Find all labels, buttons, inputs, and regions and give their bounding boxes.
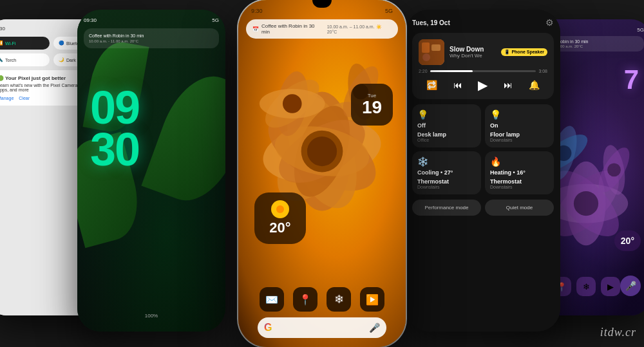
svg-point-34 (607, 163, 621, 176)
center-notif-detail: 10.00 a.m. – 11.00 a.m. ☀️ 20°C (327, 24, 392, 34)
thermostat-heat-tile[interactable]: 🔥 Heating • 16° Thermostat Downstairs (485, 151, 554, 194)
phone-right: Tues, 19 Oct ⚙ (406, 10, 560, 332)
thermostat-heat-status: Heating • 16° (490, 169, 549, 176)
fr-youtube-icon[interactable]: ▶ (601, 277, 620, 296)
fr-weather: 20° (614, 230, 641, 251)
battery-percent: 100% (145, 313, 158, 319)
left-status-bar: 09:30 5G (84, 17, 219, 23)
left-notif-detail: 10.00 a.m. - 11.00 a.m. 20°C (89, 39, 214, 43)
svg-point-23 (433, 54, 440, 61)
svg-point-13 (283, 94, 302, 113)
smart-header: Tues, 19 Oct ⚙ (412, 17, 554, 28)
main-scene: 09:30 5G 📶 Wi-Fi 🔵 Bluetooth 🔦 Torch (0, 0, 644, 347)
date-number: 19 (362, 98, 382, 117)
manage-action[interactable]: Manage (0, 96, 14, 100)
center-time: 9:30 (251, 8, 263, 14)
gmail-icon[interactable]: ✉️ (260, 287, 284, 312)
center-notif-text: Coffee with Robin in 30 min (261, 23, 323, 35)
phone-speaker-badge: 📱 Phone Speaker (501, 48, 547, 56)
phone-right-screen: Tues, 19 Oct ⚙ (406, 10, 560, 332)
torch-icon: 🔦 (0, 57, 3, 62)
progress-fill (430, 70, 473, 72)
maps-icon[interactable]: 📍 (293, 287, 317, 312)
phone-center-screen: 9:30 5G 📅 Coffee with Robin in 30 min 10… (238, 0, 406, 347)
quiet-mode-button[interactable]: Quiet mode (485, 200, 554, 216)
skip-forward-icon[interactable]: ⏭ (504, 80, 513, 90)
performance-mode-button[interactable]: Performance mode (412, 200, 481, 216)
fr-fan-icon[interactable]: ❄ (576, 277, 596, 296)
weather-widget: 20° (254, 192, 306, 244)
fr-dock: 📍 ❄ ▶ (552, 277, 620, 296)
youtube-icon[interactable]: ▶️ (360, 287, 384, 312)
clear-action[interactable]: Clear (19, 96, 30, 100)
thermostat-cool-status: Cooling • 27° (417, 169, 476, 176)
thermostat-cool-sub: Downstairs (417, 185, 476, 189)
thermostat-heat-sub: Downstairs (490, 185, 549, 189)
svg-point-22 (422, 53, 430, 61)
temperature: 20° (269, 220, 290, 236)
svg-rect-21 (431, 44, 440, 51)
album-art-svg (419, 39, 444, 65)
left-notification: Coffee with Robin in 30 min 10.00 a.m. -… (84, 28, 219, 48)
phone-center: 9:30 5G 📅 Coffee with Robin in 30 min 10… (238, 0, 406, 347)
svg-point-28 (574, 191, 598, 216)
dark-theme-icon: 🌙 (59, 57, 64, 62)
fr-temp: 20° (621, 236, 634, 246)
torch-label: Torch (5, 58, 16, 62)
progress-bar[interactable] (430, 70, 536, 72)
fr-clock-time: 7 (624, 64, 639, 95)
smart-footer: Performance mode Quiet mode (412, 200, 554, 216)
music-progress: 2:20 3:08 (419, 69, 547, 73)
google-search-bar[interactable]: G 🎤 (258, 317, 386, 338)
skip-back-icon[interactable]: ⏮ (453, 80, 462, 90)
center-notification: 📅 Coffee with Robin in 30 min 10.00 a.m.… (246, 19, 398, 39)
floor-lamp-sub: Downstairs (490, 138, 549, 142)
thermostat-heat-label: Thermostat (490, 178, 549, 185)
calendar-icon: 📅 (252, 26, 259, 32)
thermostat-cool-tile[interactable]: ❄️ Cooling • 27° Thermostat Downstairs (412, 151, 481, 194)
fr-mic-button[interactable]: 🎤 (620, 276, 641, 296)
watermark: itdw.cr (600, 326, 636, 339)
left-notif-text: Coffee with Robin in 30 min (89, 33, 214, 38)
music-card: Slow Down Why Don't We 📱 Phone Speaker 2… (412, 33, 554, 99)
phone-left-screen: 09:30 5G Coffee with Robin in 30 min 10.… (77, 10, 225, 332)
desk-lamp-tile[interactable]: 💡 Off Desk lamp Office (412, 104, 481, 147)
desk-lamp-label: Desk lamp (417, 131, 476, 138)
music-info: Slow Down Why Don't We (450, 46, 496, 59)
floor-lamp-status: On (490, 122, 549, 129)
svg-rect-20 (422, 42, 430, 53)
google-logo: G (264, 322, 272, 333)
thermostat-cool-label: Thermostat (417, 178, 476, 185)
heating-icon: 🔥 (490, 156, 501, 167)
song-title: Slow Down (450, 46, 496, 53)
torch-tile[interactable]: 🔦 Torch (0, 53, 50, 66)
microphone-icon[interactable]: 🎤 (369, 323, 380, 333)
big-clock: 09 30 (90, 87, 219, 171)
center-network: 5G (385, 8, 393, 14)
center-dock: ✉️ 📍 ❄ ▶️ (260, 287, 384, 312)
fan-icon[interactable]: ❄ (327, 287, 351, 312)
wifi-tile[interactable]: 📶 Wi-Fi (0, 37, 50, 50)
floor-lamp-tile[interactable]: 💡 On Floor lamp Downstairs (485, 104, 554, 147)
left-time: 09:30 (84, 17, 97, 23)
google-icon-small: 🟢 (0, 75, 4, 81)
left-network: 5G (212, 17, 219, 23)
fr-network: 5G (637, 27, 644, 33)
floor-lamp-label: Floor lamp (490, 131, 549, 138)
desk-lamp-icon: 💡 (417, 109, 428, 120)
time-total: 3:08 (538, 69, 547, 73)
desk-lamp-name: Off (417, 122, 476, 129)
sun-svg (271, 200, 289, 218)
repeat-icon[interactable]: 🔁 (426, 80, 437, 90)
settings-icon[interactable]: ⚙ (545, 17, 554, 28)
wifi-label: Wi-Fi (5, 41, 15, 46)
wifi-icon: 📶 (0, 41, 3, 46)
play-pause-icon[interactable]: ▶ (478, 77, 488, 93)
smart-date: Tues, 19 Oct (412, 19, 450, 26)
time-current: 2:20 (419, 69, 428, 73)
sun-icon (271, 200, 289, 218)
far-left-time: 09:30 (0, 26, 5, 32)
desk-lamp-sub: Office (417, 138, 476, 142)
music-top: Slow Down Why Don't We 📱 Phone Speaker (419, 39, 547, 65)
volume-icon[interactable]: 🔔 (529, 80, 540, 90)
